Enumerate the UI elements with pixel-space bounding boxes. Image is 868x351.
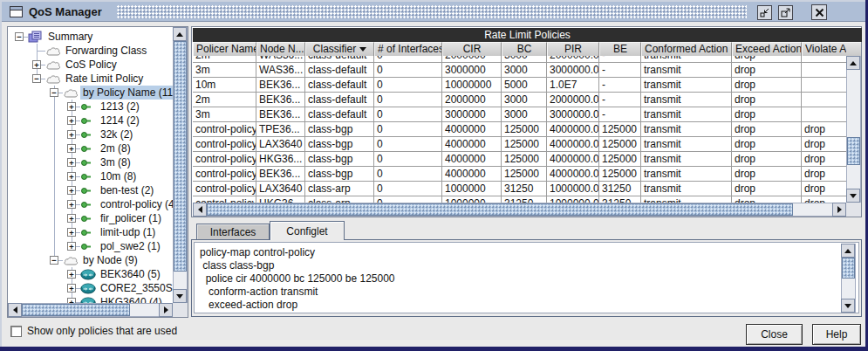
table-cell[interactable]: drop — [732, 107, 802, 122]
table-cell[interactable]: 0 — [374, 137, 442, 152]
table-cell[interactable]: BEK36... — [256, 93, 305, 107]
column-header-pir[interactable]: PIR — [547, 42, 599, 56]
scrollbar-thumb[interactable] — [842, 258, 855, 279]
table-cell[interactable]: class-arp — [305, 196, 374, 203]
table-cell[interactable]: drop — [732, 196, 802, 203]
column-header-classifier[interactable]: Classifier — [305, 42, 374, 56]
tree-item-by-policy-name-11[interactable]: −by Policy Name (11) — [10, 86, 174, 100]
tree-expand-handle[interactable]: + — [67, 158, 76, 167]
table-cell[interactable]: drop — [802, 122, 846, 137]
table-cell[interactable]: 2000000.0 — [547, 56, 599, 63]
table-cell[interactable]: 2000000 — [442, 56, 502, 63]
tree-collapse-handle[interactable]: − — [15, 32, 24, 41]
table-row[interactable]: control-policyBEK36...class-bgp040000001… — [193, 167, 846, 182]
scroll-down-button[interactable] — [841, 299, 855, 313]
table-cell[interactable]: drop — [802, 167, 846, 182]
tree-expand-handle[interactable]: + — [67, 116, 76, 125]
help-button[interactable]: Help — [812, 324, 861, 345]
table-cell[interactable]: BEK36... — [256, 78, 305, 93]
table-cell[interactable]: 0 — [374, 93, 442, 107]
column-header-violate-a[interactable]: Violate A... — [802, 42, 846, 56]
table-cell[interactable]: 31250 — [502, 182, 547, 196]
tree-expand-handle[interactable]: + — [67, 102, 76, 111]
table-cell[interactable]: 2m — [193, 93, 256, 107]
table-cell[interactable]: 3000 — [502, 56, 547, 63]
table-cell[interactable]: 125000 — [599, 167, 641, 182]
table-row[interactable]: control-policyLAX3640class-bgp0400000012… — [193, 137, 846, 152]
table-row[interactable]: 2mBEK36...class-default02000000300020000… — [193, 93, 846, 107]
tree-collapse-handle[interactable]: − — [50, 256, 58, 265]
column-header-cir[interactable]: CIR — [442, 42, 502, 56]
table-row[interactable]: control-policyTPE36...class-bgp040000001… — [193, 122, 846, 137]
table-cell[interactable]: 2000000 — [442, 93, 502, 107]
scroll-down-button[interactable] — [173, 289, 187, 303]
scroll-right-button[interactable] — [832, 203, 846, 217]
table-cell[interactable]: drop — [732, 122, 802, 137]
table-cell[interactable]: 125000 — [599, 137, 641, 152]
table-cell[interactable]: WAS36... — [256, 56, 305, 63]
table-cell[interactable]: 1000000 — [442, 182, 502, 196]
table-cell[interactable]: 4000000 — [442, 122, 502, 137]
table-cell[interactable]: 3000000 — [442, 63, 502, 78]
table-vertical-scrollbar[interactable] — [846, 56, 861, 203]
tree-vertical-scrollbar[interactable] — [173, 27, 188, 303]
table-cell[interactable]: class-bgp — [305, 152, 374, 167]
table-row[interactable]: 2mWAS36...class-default02000000300020000… — [193, 56, 846, 63]
table-cell[interactable]: control-policy — [193, 152, 256, 167]
table-cell[interactable]: - — [599, 78, 641, 93]
table-cell[interactable]: 0 — [374, 167, 442, 182]
table-row[interactable]: 3mBEK36...class-default03000000300030000… — [193, 107, 846, 122]
table-cell[interactable]: 3000000 — [442, 107, 502, 122]
tree-expand-handle[interactable]: + — [67, 228, 76, 237]
tree-expand-handle[interactable]: + — [67, 186, 76, 195]
table-cell[interactable] — [802, 93, 846, 107]
tree-collapse-handle[interactable]: − — [32, 74, 41, 83]
table-cell[interactable]: 0 — [374, 182, 442, 196]
table-cell[interactable]: 3000000.0 — [547, 107, 599, 122]
table-cell[interactable]: 125000 — [502, 122, 547, 137]
table-cell[interactable]: drop — [732, 182, 802, 196]
tree-collapse-handle[interactable]: − — [50, 88, 58, 97]
table-horizontal-scrollbar[interactable] — [193, 203, 846, 217]
table-cell[interactable]: 31250 — [502, 196, 547, 203]
table-cell[interactable]: transmit — [641, 63, 732, 78]
table-cell[interactable]: HKG36... — [256, 152, 305, 167]
table-cell[interactable]: 3m — [193, 107, 256, 122]
table-cell[interactable]: 0 — [374, 152, 442, 167]
tree-expand-handle[interactable]: + — [67, 200, 76, 209]
table-cell[interactable]: class-default — [305, 107, 374, 122]
table-cell[interactable]: 0 — [374, 78, 442, 93]
tab-interfaces[interactable]: Interfaces — [196, 224, 270, 240]
tree-expand-handle[interactable]: + — [67, 172, 76, 181]
table-cell[interactable]: drop — [802, 152, 846, 167]
table-cell[interactable]: drop — [802, 137, 846, 152]
tree-item-1213-2[interactable]: +1213 (2) — [10, 100, 174, 114]
table-cell[interactable]: transmit — [641, 182, 732, 196]
scrollbar-thumb[interactable] — [174, 41, 187, 272]
table-cell[interactable]: 4000000.0 — [547, 167, 599, 182]
table-cell[interactable]: 3000 — [502, 63, 547, 78]
table-cell[interactable]: 1000000.0 — [547, 196, 599, 203]
table-cell[interactable]: drop — [732, 137, 802, 152]
table-cell[interactable]: class-bgp — [305, 122, 374, 137]
configlet-vertical-scrollbar[interactable] — [841, 244, 856, 313]
table-cell[interactable]: 1000000.0 — [547, 182, 599, 196]
tree-expand-handle[interactable]: + — [67, 298, 76, 303]
table-cell[interactable]: drop — [802, 196, 846, 203]
column-header-conformed-action[interactable]: Conformed Action — [641, 42, 732, 56]
table-cell[interactable]: 0 — [374, 107, 442, 122]
tree-item-2m-8[interactable]: +2m (8) — [10, 141, 174, 155]
tree-item-32k-2[interactable]: +32k (2) — [10, 127, 174, 141]
tree-expand-handle[interactable]: + — [67, 144, 76, 153]
table-cell[interactable]: control-policy — [193, 137, 256, 152]
table-cell[interactable]: - — [599, 93, 641, 107]
table-cell[interactable]: transmit — [641, 196, 732, 203]
table-cell[interactable]: - — [599, 56, 641, 63]
column-header-be[interactable]: BE — [599, 42, 641, 56]
scroll-left-button[interactable] — [193, 203, 207, 217]
table-cell[interactable]: 5000 — [502, 78, 547, 93]
table-cell[interactable]: 1000000 — [442, 196, 502, 203]
table-cell[interactable]: 0 — [374, 63, 442, 78]
close-window-button[interactable] — [811, 4, 827, 20]
table-cell[interactable]: control-policy — [193, 167, 256, 182]
